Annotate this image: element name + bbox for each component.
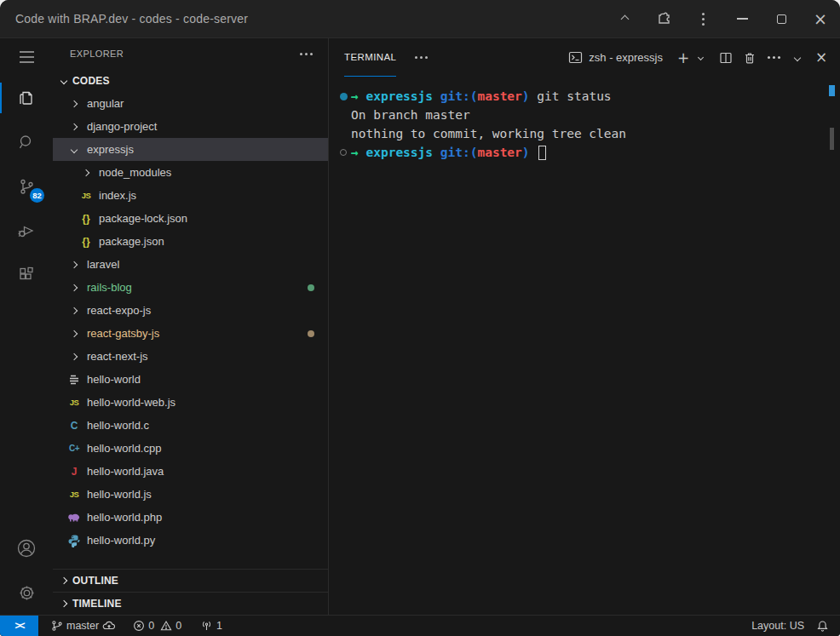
tree-item-label: django-project — [87, 120, 157, 133]
terminal-output[interactable]: → expressjs git:(master) git statusOn br… — [329, 77, 840, 615]
terminal-text: expressjs — [365, 143, 440, 162]
terminal-icon — [568, 50, 583, 65]
tree-item-label: hello-world.py — [87, 534, 155, 547]
tree-folder-django-project[interactable]: django-project — [53, 115, 328, 138]
terminal-text: master — [477, 87, 521, 106]
js-file-icon: JS — [70, 490, 79, 499]
terminal-scrollbar[interactable] — [830, 128, 834, 150]
keyboard-layout-status[interactable]: Layout: US — [745, 616, 810, 636]
explorer-icon[interactable] — [0, 76, 53, 120]
error-count: 0 — [148, 620, 154, 632]
section-codes[interactable]: CODES — [53, 69, 328, 92]
section-codes-label: CODES — [72, 75, 110, 87]
source-control-icon[interactable]: 82 — [0, 164, 53, 209]
search-icon[interactable] — [0, 120, 53, 164]
maximize-button[interactable] — [762, 0, 801, 37]
terminal-text: git status — [537, 87, 611, 106]
tree-file-index.js[interactable]: JSindex.js — [53, 184, 328, 207]
explorer-more-actions-icon[interactable] — [296, 49, 316, 59]
kill-terminal-icon[interactable] — [739, 48, 760, 68]
account-icon[interactable] — [0, 526, 53, 570]
remote-icon: >< — [14, 620, 23, 632]
tree-file-hello-world.js[interactable]: JShello-world.js — [53, 483, 328, 506]
tree-folder-expressjs[interactable]: expressjs — [53, 138, 328, 161]
tree-item-label: react-next-js — [87, 350, 148, 363]
tree-item-label: angular — [87, 97, 124, 110]
tree-file-hello-world.c[interactable]: Chello-world.c — [53, 414, 328, 437]
tree-file-hello-world.php[interactable]: hello-world.php — [53, 506, 328, 529]
chevron-up-icon[interactable] — [605, 0, 644, 37]
tree-file-package-lock.json[interactable]: {}package-lock.json — [53, 207, 328, 230]
chevron-right-icon — [60, 577, 67, 584]
tree-folder-react-gatsby-js[interactable]: react-gatsby-js — [53, 322, 328, 345]
tree-file-hello-world.py[interactable]: hello-world.py — [53, 529, 328, 552]
warning-count: 0 — [175, 620, 181, 632]
settings-gear-icon[interactable] — [0, 570, 53, 615]
tree-folder-node_modules[interactable]: node_modules — [53, 161, 328, 184]
terminal-session-select[interactable]: zsh - expressjs — [568, 50, 663, 65]
tree-folder-rails-blog[interactable]: rails-blog — [53, 276, 328, 299]
workbench: 82 — [0, 38, 840, 615]
tree-item-label: hello-world.php — [87, 511, 162, 524]
launch-profile-chevron-icon[interactable] — [693, 48, 707, 68]
section-timeline[interactable]: TIMELINE — [53, 592, 328, 615]
php-file-icon — [67, 511, 81, 524]
git-branch-status[interactable]: master — [45, 616, 122, 636]
tree-item-label: hello-world.js — [87, 488, 152, 501]
terminal-text: nothing to commit, working tree clean — [351, 124, 626, 143]
tree-item-label: react-expo-js — [87, 304, 151, 317]
browser-menu-icon[interactable] — [683, 0, 722, 37]
tree-folder-react-expo-js[interactable]: react-expo-js — [53, 299, 328, 322]
panel-views-more-icon[interactable] — [411, 53, 431, 62]
minimize-button[interactable] — [722, 0, 762, 37]
tree-item-label: hello-world-web.js — [87, 396, 175, 409]
new-terminal-icon[interactable]: + — [673, 48, 693, 68]
tab-terminal[interactable]: TERMINAL — [344, 38, 396, 77]
terminal-tab-label: TERMINAL — [344, 52, 396, 62]
tree-item-label: hello-world.c — [87, 419, 149, 432]
split-terminal-icon[interactable] — [716, 48, 736, 68]
collapse-panel-chevron-icon[interactable] — [787, 48, 808, 68]
broadcast-icon — [200, 620, 213, 632]
close-panel-icon[interactable]: × — [811, 48, 831, 68]
source-control-badge: 82 — [30, 188, 44, 203]
chevron-right-icon — [71, 123, 78, 129]
chevron-down-icon — [71, 146, 78, 152]
tree-folder-angular[interactable]: angular — [53, 92, 328, 115]
remote-indicator[interactable]: >< — [0, 616, 38, 636]
command-decoration-success[interactable] — [340, 93, 348, 100]
menu-icon[interactable] — [0, 38, 53, 76]
java-file-icon: J — [72, 466, 78, 478]
tree-file-package.json[interactable]: {}package.json — [53, 230, 328, 253]
explorer-header: EXPLORER — [53, 38, 328, 69]
chevron-right-icon — [71, 100, 78, 106]
terminal-text: ) — [522, 87, 537, 106]
panel-more-actions-icon[interactable] — [763, 48, 784, 68]
tree-folder-laravel[interactable]: laravel — [53, 253, 328, 276]
terminal-text: ) — [522, 143, 537, 162]
browser-extensions-icon[interactable] — [644, 0, 683, 37]
tree-file-hello-world-web.js[interactable]: JShello-world-web.js — [53, 391, 328, 414]
tree-item-label: hello-world.cpp — [87, 442, 161, 455]
problems-status[interactable]: 0 0 — [127, 616, 187, 636]
command-decoration-default[interactable] — [340, 149, 347, 156]
js-file-icon: JS — [70, 398, 79, 407]
tree-file-hello-world.cpp[interactable]: C+hello-world.cpp — [53, 437, 328, 460]
errors-icon — [133, 620, 145, 632]
status-bar-right: Layout: US — [745, 616, 840, 636]
tree-item-label: package-lock.json — [99, 212, 187, 225]
tree-file-hello-world[interactable]: hello-world — [53, 368, 328, 391]
section-outline[interactable]: OUTLINE — [53, 569, 328, 592]
ports-status[interactable]: 1 — [194, 616, 228, 636]
tree-item-label: react-gatsby-js — [87, 327, 159, 340]
bell-icon — [816, 620, 829, 633]
chevron-right-icon — [71, 307, 78, 313]
tree-folder-react-next-js[interactable]: react-next-js — [53, 345, 328, 368]
notifications-bell[interactable] — [810, 616, 835, 636]
close-button[interactable]: × — [801, 0, 840, 37]
tree-file-hello-world.java[interactable]: Jhello-world.java — [53, 460, 328, 483]
run-and-debug-icon[interactable] — [0, 209, 53, 253]
extensions-icon[interactable] — [0, 253, 53, 297]
terminal-text: expressjs — [365, 87, 440, 106]
code-server-window: Code with BRAP.dev - codes - code-server… — [0, 0, 840, 636]
